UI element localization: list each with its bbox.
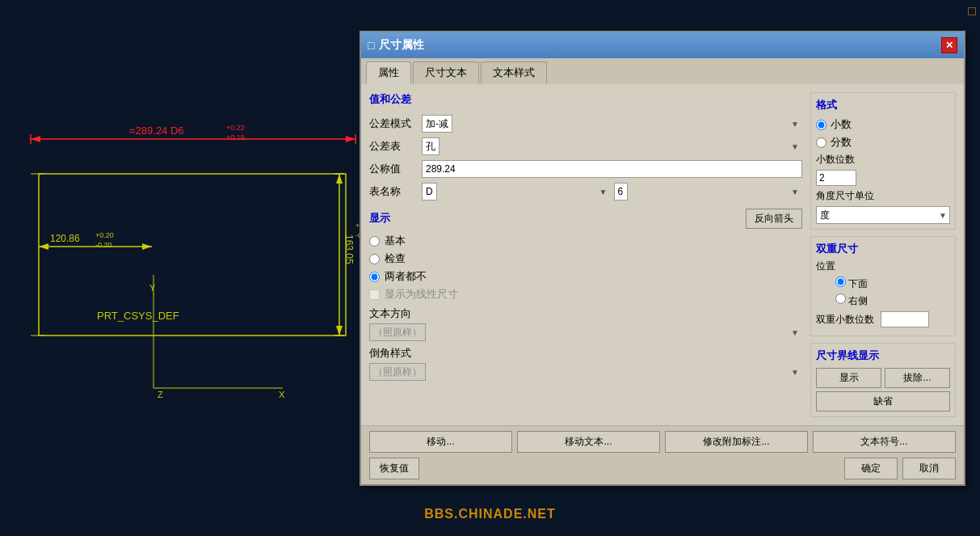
display-basic-label: 基本 [385,234,406,248]
table-name-d-wrapper: D [422,183,611,200]
dialog-bottom: 移动... 移动文本... 修改附加标注... 文本符号... 恢复值 确定 取… [361,425,964,484]
dialog-content: 值和公差 公差模式 加-减 公差表 孔 [361,84,964,425]
dialog-title-text: 尺寸属性 [379,38,424,53]
dual-right-label: 右侧 [848,295,868,306]
text-direction-select[interactable]: （照原样） [369,323,426,341]
angle-unit-row: 角度尺寸单位 [816,189,950,203]
dual-position-label: 位置 [816,260,835,273]
left-panel: 值和公差 公差模式 加-减 公差表 孔 [369,92,802,417]
chamfer-row: 倒角样式 （照原样） [369,346,802,381]
dual-decimal-row: 双重小数位数 [816,311,950,327]
tab-properties[interactable]: 属性 [366,61,411,84]
display-basic-radio[interactable] [369,236,380,247]
tolerance-table-label: 公差表 [369,139,422,154]
angle-unit-select[interactable]: 度 [816,206,950,224]
svg-text:+0.22: +0.22 [226,124,245,132]
dual-right-radio[interactable] [835,293,846,304]
dual-decimal-label: 双重小数位数 [816,313,874,327]
display-neither-row: 两者都不 [369,269,802,284]
modify-note-button[interactable]: 修改附加标注... [665,431,808,453]
svg-text:Y: Y [149,283,156,293]
confirm-button[interactable]: 确定 [844,458,898,479]
chamfer-label: 倒角样式 [369,346,802,361]
reverse-arrow-button[interactable]: 反向箭头 [746,209,802,229]
chamfer-select-wrapper: （照原样） [369,363,802,381]
svg-marker-4 [31,136,40,142]
format-title: 格式 [816,98,950,112]
confirm-cancel-row: 确定 取消 [844,458,956,479]
display-inspect-row: 检查 [369,251,802,266]
tolerance-mode-label: 公差模式 [369,116,422,131]
svg-text:120.86: 120.86 [50,233,80,244]
dual-position-row: 位置 [816,260,950,273]
tab-dimension-text[interactable]: 尺寸文本 [413,61,479,84]
text-direction-select-wrapper: （照原样） [369,323,802,341]
nominal-value-row: 公称值 [369,160,802,178]
table-name-label: 表名称 [369,184,422,199]
show-dim-line-button[interactable]: 显示 [816,368,881,388]
dual-below-radio[interactable] [835,276,846,287]
dual-dim-title: 双重尺寸 [816,242,950,256]
decimal-places-label: 小数位数 [816,153,855,167]
restore-button[interactable]: 恢复值 [369,458,419,479]
decimal-places-row: 小数位数 [816,153,950,167]
move-button[interactable]: 移动... [369,431,512,453]
cancel-button[interactable]: 取消 [902,458,956,479]
tab-text-style[interactable]: 文本样式 [481,61,547,84]
format-fraction-radio[interactable] [816,137,826,148]
remove-dim-line-button[interactable]: 拔除... [885,368,950,388]
table-name-d-select[interactable]: D [422,183,437,200]
dual-right-row: 右侧 [835,293,950,308]
dual-below-row: 下面 [835,276,950,291]
show-linear-row: 显示为线性尺寸 [369,287,802,302]
text-direction-label: 文本方向 [369,306,802,321]
svg-marker-19 [142,243,152,250]
move-text-button[interactable]: 移动文本... [517,431,660,453]
format-decimal-row: 小数 [816,117,950,132]
svg-text:163.05: 163.05 [343,234,355,264]
table-name-row: 表名称 D 6 [369,183,802,200]
dialog-title-icon: □ [368,39,374,52]
table-name-6-select[interactable]: 6 [614,183,628,200]
format-decimal-label: 小数 [831,117,852,132]
svg-marker-5 [346,136,355,142]
default-dim-line-button[interactable]: 缺省 [816,391,950,411]
chamfer-select[interactable]: （照原样） [369,363,426,381]
display-inspect-radio[interactable] [369,254,380,264]
display-basic-row: 基本 [369,234,802,248]
dialog-title-left: □ 尺寸属性 [368,38,424,53]
text-symbol-button[interactable]: 文本符号... [813,431,956,453]
svg-rect-0 [39,174,346,336]
tolerance-table-select-wrapper: 孔 [422,137,802,155]
dual-decimal-input[interactable] [881,311,929,327]
svg-text:+0.20: +0.20 [95,231,114,239]
dim-line-section: 尺寸界线显示 显示 拔除... 缺省 [810,343,956,417]
table-name-selects: D 6 [422,183,802,200]
section2-title: 显示 [369,211,390,227]
bottom-buttons-row2: 恢复值 确定 取消 [369,458,956,479]
format-fraction-row: 分数 [816,135,950,150]
tolerance-table-select[interactable]: 孔 [422,137,440,155]
show-linear-label: 显示为线性尺寸 [385,287,458,302]
decimal-places-input[interactable] [816,170,856,186]
svg-text:PRT_CSYS_DEF: PRT_CSYS_DEF [97,310,179,322]
section1-title: 值和公差 [369,92,802,108]
dim-line-btn-row: 显示 拔除... [816,368,950,388]
display-neither-radio[interactable] [369,272,380,282]
right-panel: 格式 小数 分数 小数位数 角度尺寸单位 度 [810,92,956,417]
format-decimal-radio[interactable] [816,120,826,130]
display-neither-label: 两者都不 [385,269,427,284]
display-header: 显示 反向箭头 [369,209,802,229]
tolerance-mode-select[interactable]: 加-减 [422,115,452,133]
nominal-label: 公称值 [369,162,422,176]
nominal-value-input[interactable] [422,160,802,178]
dual-below-label: 下面 [848,278,868,289]
dialog-tabs: 属性 尺寸文本 文本样式 [361,58,964,84]
show-linear-checkbox[interactable] [369,289,380,300]
dual-dimension-section: 双重尺寸 位置 下面 右侧 双重小数位数 [810,236,956,336]
svg-text:=289.24 D6: =289.24 D6 [129,125,184,137]
tolerance-mode-select-wrapper: 加-减 [422,115,802,133]
bottom-buttons-row1: 移动... 移动文本... 修改附加标注... 文本符号... [369,431,956,453]
cad-drawing: =289.24 D6 +0.22 +0.19 163.05 +0.20 -0.2… [0,0,364,536]
dialog-close-button[interactable]: ✕ [941,37,957,53]
